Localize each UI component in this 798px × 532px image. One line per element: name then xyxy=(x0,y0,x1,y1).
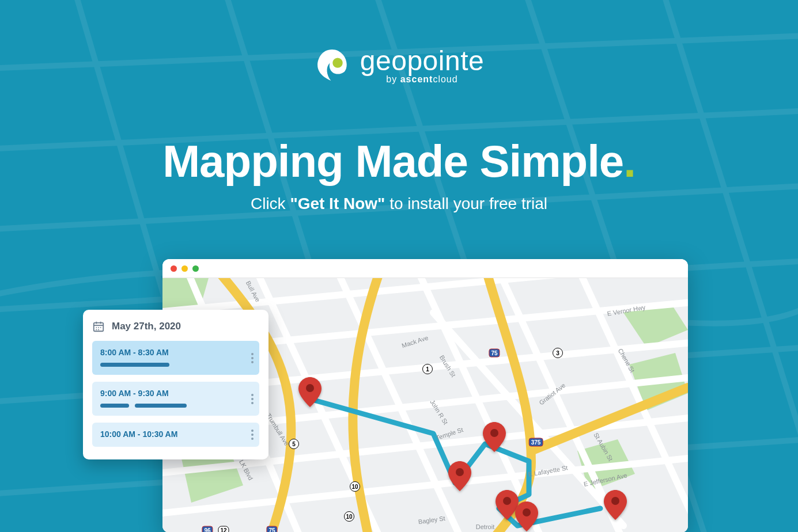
traffic-light-close-icon[interactable] xyxy=(171,265,177,272)
schedule-slot[interactable]: 10:00 AM - 10:30 AM xyxy=(92,423,259,447)
hero-stage: geopointe by ascentcloud Mapping Made Si… xyxy=(0,0,798,532)
highway-shield-icon: 96 xyxy=(202,526,213,533)
schedule-slot-bars xyxy=(100,363,251,367)
placeholder-bar xyxy=(135,404,187,408)
svg-point-0 xyxy=(332,58,342,67)
kebab-menu-icon[interactable] xyxy=(251,351,254,365)
schedule-date: May 27th, 2020 xyxy=(112,321,181,332)
kebab-menu-icon[interactable] xyxy=(251,392,254,406)
brand-logo: geopointe by ascentcloud xyxy=(314,45,484,85)
placeholder-bar xyxy=(100,363,169,367)
highway-shield-icon: 10 xyxy=(350,481,360,492)
schedule-header: May 27th, 2020 xyxy=(92,320,259,333)
hero-headline: Mapping Made Simple. xyxy=(0,135,798,188)
schedule-slot[interactable]: 9:00 AM - 9:30 AM xyxy=(92,382,259,416)
highway-shield-icon: 5 xyxy=(289,439,299,449)
headline-dot: . xyxy=(623,136,636,187)
street-label: Detroit xyxy=(476,523,494,530)
schedule-slot-time: 9:00 AM - 9:30 AM xyxy=(100,389,251,398)
logo-text: geopointe by ascentcloud xyxy=(360,45,484,85)
svg-point-15 xyxy=(98,329,99,330)
svg-point-12 xyxy=(98,327,99,328)
headline-text: Mapping Made Simple xyxy=(162,136,623,187)
brand-text-o: o xyxy=(391,45,407,77)
highway-shield-icon: 10 xyxy=(344,511,354,522)
subline-prefix: Click xyxy=(251,195,290,212)
highway-shield-icon: 3 xyxy=(553,348,563,358)
brand-text-left: ge xyxy=(360,45,391,76)
brand-text-right: pointe xyxy=(407,45,484,76)
map-pin-icon[interactable] xyxy=(515,501,538,531)
traffic-light-zoom-icon[interactable] xyxy=(192,265,199,272)
kebab-menu-icon[interactable] xyxy=(251,428,254,442)
brand-sub-suffix: cloud xyxy=(433,74,457,84)
schedule-slot[interactable]: 8:00 AM - 8:30 AM xyxy=(92,341,259,375)
placeholder-bar xyxy=(100,404,129,408)
svg-point-13 xyxy=(100,327,101,328)
calendar-icon xyxy=(92,320,105,333)
subline-suffix: to install your free trial xyxy=(385,195,547,212)
schedule-slot-time: 8:00 AM - 8:30 AM xyxy=(100,348,251,357)
highway-shield-icon: 1 xyxy=(422,364,433,374)
window-titlebar xyxy=(162,259,688,278)
map-pin-icon[interactable] xyxy=(483,422,506,452)
logo-mark-icon xyxy=(314,47,350,83)
schedule-slot-time: 10:00 AM - 10:30 AM xyxy=(100,430,251,439)
svg-point-14 xyxy=(96,329,97,330)
schedule-slot-bars xyxy=(100,404,251,408)
highway-shield-icon: 75 xyxy=(266,526,277,533)
traffic-light-minimize-icon[interactable] xyxy=(181,265,188,272)
subline-bold: "Get It Now" xyxy=(290,195,385,212)
map-pin-icon[interactable] xyxy=(448,461,471,491)
highway-shield-icon: 375 xyxy=(529,438,543,447)
map-pin-icon[interactable] xyxy=(604,490,627,520)
highway-shield-icon: 75 xyxy=(489,349,500,358)
schedule-card: May 27th, 2020 8:00 AM - 8:30 AM9:00 AM … xyxy=(83,310,268,459)
highway-shield-icon: 12 xyxy=(218,526,229,533)
schedule-slot-list: 8:00 AM - 8:30 AM9:00 AM - 9:30 AM10:00 … xyxy=(92,341,259,447)
hero-subline: Click "Get It Now" to install your free … xyxy=(0,195,798,213)
svg-point-11 xyxy=(96,327,97,328)
map-pin-icon[interactable] xyxy=(298,377,322,407)
